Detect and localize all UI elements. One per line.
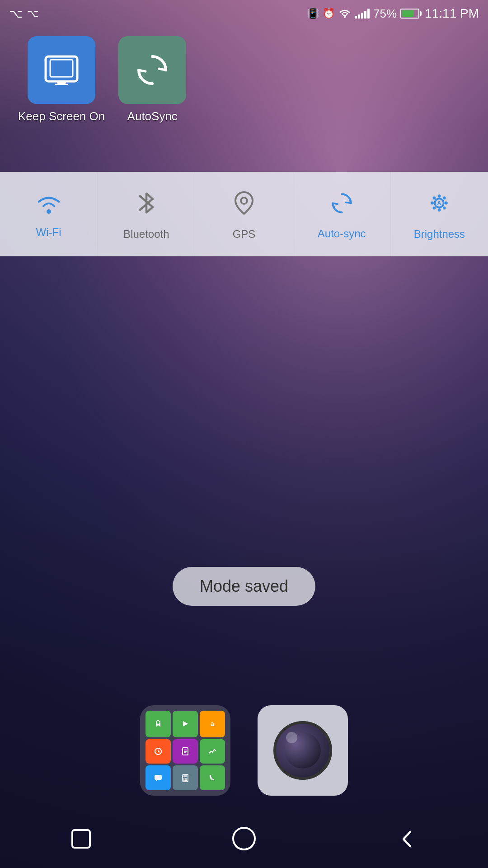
battery-icon xyxy=(400,9,419,19)
keep-screen-on-label: Keep Screen On xyxy=(18,109,105,123)
signal-bars xyxy=(355,9,370,19)
amazon-mini-app: a xyxy=(200,711,225,737)
svg-marker-18 xyxy=(183,721,188,726)
alarm-icon: ⏰ xyxy=(323,8,335,19)
keep-screen-on-shortcut[interactable]: Keep Screen On xyxy=(18,36,105,123)
navigation-bar xyxy=(0,809,488,868)
gps-tile[interactable]: GPS xyxy=(195,172,293,256)
bluetooth-tile-icon xyxy=(136,190,156,220)
recents-button[interactable] xyxy=(60,817,103,860)
vibrate-icon: 📳 xyxy=(307,8,319,19)
camera-lens-icon xyxy=(273,721,332,780)
svg-rect-29 xyxy=(183,775,187,777)
gps-tile-icon xyxy=(233,190,255,220)
docs-mini-app xyxy=(173,739,198,764)
svg-point-31 xyxy=(185,778,186,779)
back-button[interactable] xyxy=(385,817,428,860)
svg-point-32 xyxy=(186,778,188,779)
brightness-tile[interactable]: A Brightness xyxy=(391,172,488,256)
svg-rect-36 xyxy=(72,830,90,848)
phone-mini-app xyxy=(200,765,225,790)
svg-point-0 xyxy=(344,16,346,18)
home-button[interactable] xyxy=(221,816,267,861)
camera-app[interactable] xyxy=(258,705,348,796)
usb2-icon: ⌥ xyxy=(27,8,38,19)
svg-point-33 xyxy=(183,779,185,781)
status-bar: ⌥ ⌥ 📳 ⏰ 75% 11:11 PM xyxy=(0,0,488,27)
autosync-tile[interactable]: Auto-sync xyxy=(293,172,391,256)
calculator-mini-app xyxy=(173,765,198,790)
bluetooth-tile[interactable]: Bluetooth xyxy=(98,172,195,256)
autosync-label: AutoSync xyxy=(127,109,178,123)
clock-mini-app xyxy=(145,739,171,764)
svg-point-11 xyxy=(445,202,448,205)
svg-point-8 xyxy=(438,194,441,198)
keep-screen-on-icon xyxy=(28,36,95,104)
autosync-icon xyxy=(118,36,186,104)
svg-line-21 xyxy=(158,751,160,752)
apps-folder[interactable]: a xyxy=(140,705,230,796)
status-right: 📳 ⏰ 75% 11:11 PM xyxy=(307,6,479,21)
svg-rect-2 xyxy=(50,60,73,77)
svg-rect-26 xyxy=(155,775,162,780)
svg-point-9 xyxy=(438,208,441,212)
bluetooth-tile-label: Bluetooth xyxy=(123,228,169,241)
svg-point-14 xyxy=(443,197,446,200)
wifi-tile-icon xyxy=(35,192,62,218)
play-mini-app xyxy=(173,711,198,737)
svg-point-10 xyxy=(431,202,434,205)
svg-point-34 xyxy=(185,779,186,781)
svg-point-13 xyxy=(443,207,446,210)
toast-message: Mode saved xyxy=(173,567,315,606)
svg-point-6 xyxy=(241,198,247,204)
svg-point-5 xyxy=(47,209,51,214)
autosync-tile-label: Auto-sync xyxy=(318,227,366,240)
svg-point-30 xyxy=(183,778,185,779)
status-left: ⌥ ⌥ xyxy=(9,7,38,21)
dock: a xyxy=(0,705,488,796)
svg-rect-3 xyxy=(57,81,66,84)
svg-point-37 xyxy=(233,828,255,849)
usb-icon: ⌥ xyxy=(9,7,23,21)
brightness-tile-icon: A xyxy=(426,190,452,220)
wifi-status-icon xyxy=(338,9,351,19)
battery-percent: 75% xyxy=(373,7,397,21)
svg-point-35 xyxy=(186,779,188,781)
svg-marker-27 xyxy=(155,780,157,781)
app-shortcuts: Keep Screen On AutoSync xyxy=(18,36,186,123)
svg-point-12 xyxy=(433,197,436,200)
wifi-tile[interactable]: Wi-Fi xyxy=(0,172,98,256)
stocks-mini-app xyxy=(200,739,225,764)
quick-settings-panel: Wi-Fi Bluetooth GPS Aut xyxy=(0,172,488,256)
svg-text:A: A xyxy=(437,200,442,207)
maps-mini-app xyxy=(145,711,171,737)
autosync-shortcut[interactable]: AutoSync xyxy=(118,36,186,123)
gps-tile-label: GPS xyxy=(233,228,256,241)
wifi-tile-label: Wi-Fi xyxy=(36,226,61,239)
status-time: 11:11 PM xyxy=(425,6,479,21)
autosync-tile-icon xyxy=(329,191,354,219)
svg-point-17 xyxy=(157,721,160,724)
svg-rect-4 xyxy=(55,84,68,85)
messages-mini-app xyxy=(145,765,171,790)
brightness-tile-label: Brightness xyxy=(414,228,465,241)
svg-point-15 xyxy=(433,207,436,210)
